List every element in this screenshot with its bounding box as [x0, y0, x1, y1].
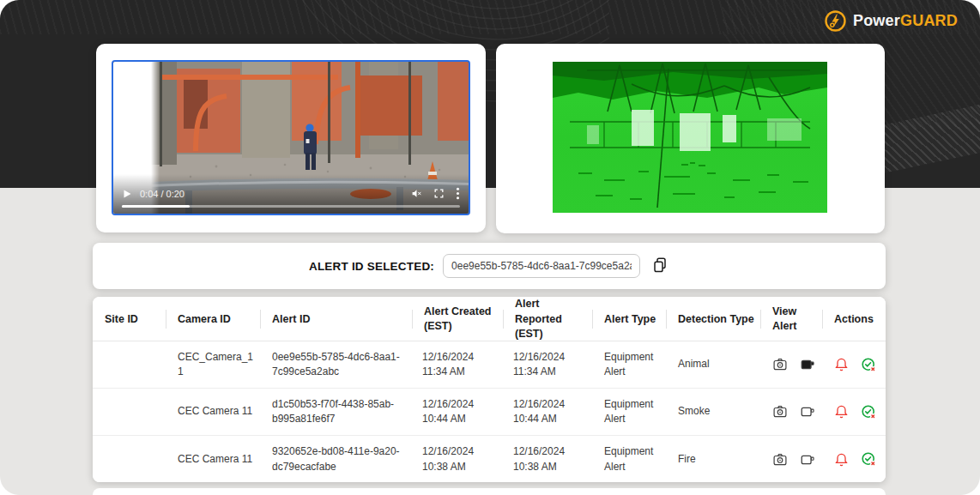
video-time-display: 0:04 / 0:20	[140, 189, 185, 199]
powerguard-logo: PowerGUARD	[824, 9, 958, 33]
thermal-camera-card	[496, 44, 885, 233]
bell-icon	[834, 452, 849, 468]
table-row[interactable]: CEC_Camera_11 0ee9e55b-5785-4dc6-8aa1-7c…	[93, 341, 886, 389]
resolve-alert-button[interactable]	[861, 451, 877, 468]
col-alert-id: Alert ID	[260, 312, 412, 328]
cell-view-alert	[760, 452, 822, 468]
cell-view-alert	[760, 357, 822, 372]
alert-notification-button[interactable]	[834, 452, 849, 468]
photo-camera-icon	[772, 404, 788, 420]
copy-alert-id-button[interactable]	[650, 255, 669, 278]
cell-alert-id: 9320652e-bd08-411e-9a20-dc79ecacfabe	[260, 444, 412, 474]
cell-alert-created: 12/16/2024 11:34 AM	[412, 350, 503, 380]
cell-alert-type: Equipment Alert	[592, 397, 666, 427]
view-snapshot-button[interactable]	[772, 357, 788, 372]
check-circle-x-icon	[861, 451, 877, 468]
alerts-table: Site ID Camera ID Alert ID Alert Created…	[93, 297, 886, 482]
next-card-edge	[93, 488, 886, 495]
col-site-id: Site ID	[93, 312, 166, 328]
kebab-menu-icon[interactable]	[456, 187, 460, 200]
cell-alert-reported: 12/16/2024 10:38 AM	[503, 444, 592, 474]
view-video-button[interactable]	[800, 357, 815, 372]
resolve-alert-button[interactable]	[861, 357, 877, 373]
view-snapshot-button[interactable]	[772, 404, 788, 420]
view-video-button[interactable]	[800, 452, 815, 468]
table-header-row: Site ID Camera ID Alert ID Alert Created…	[93, 297, 886, 341]
photo-camera-icon	[772, 357, 788, 372]
cell-camera-id: CEC Camera 11	[166, 404, 260, 419]
bell-icon	[834, 404, 849, 420]
video-camera-icon	[800, 357, 815, 372]
alert-video-player[interactable]: 0:04 / 0:20	[112, 60, 470, 215]
cell-alert-reported: 12/16/2024 10:44 AM	[503, 397, 592, 427]
logo-text-secondary: GUARD	[900, 12, 958, 29]
alert-notification-button[interactable]	[834, 357, 849, 372]
col-alert-reported: Alert Reported (EST)	[503, 297, 592, 342]
view-snapshot-button[interactable]	[772, 452, 788, 468]
col-alert-type: Alert Type	[592, 312, 666, 328]
table-row[interactable]: CEC Camera 11 d1c50b53-f70f-4438-85ab-b9…	[93, 389, 886, 436]
volume-muted-icon[interactable]	[411, 188, 422, 199]
alert-id-input[interactable]	[443, 254, 640, 278]
alert-id-bar: ALERT ID SELECTED:	[93, 243, 886, 289]
thermal-image	[553, 62, 827, 213]
visual-camera-card: 0:04 / 0:20	[96, 44, 486, 232]
alert-notification-button[interactable]	[834, 404, 849, 420]
logo-text: PowerGUARD	[853, 12, 958, 30]
thermal-still	[553, 62, 827, 213]
col-camera-id: Camera ID	[166, 312, 260, 328]
video-progress-played	[122, 205, 190, 208]
cell-alert-id: 0ee9e55b-5785-4dc6-8aa1-7c99ce5a2abc	[260, 350, 412, 380]
fullscreen-icon[interactable]	[433, 188, 445, 199]
powerguard-dashboard: PowerGUARD	[0, 0, 980, 495]
view-video-button[interactable]	[800, 404, 815, 420]
resolve-alert-button[interactable]	[861, 404, 877, 420]
cell-view-alert	[760, 404, 822, 420]
cell-actions	[822, 404, 886, 420]
cell-alert-reported: 12/16/2024 11:34 AM	[503, 350, 592, 380]
powerguard-logo-icon	[824, 9, 847, 33]
alert-id-label: ALERT ID SELECTED:	[309, 260, 434, 273]
col-view-alert: View Alert	[760, 305, 822, 335]
cell-detection-type: Fire	[666, 452, 760, 467]
table-row[interactable]: CEC Camera 11 9320652e-bd08-411e-9a20-dc…	[93, 436, 886, 482]
logo-text-primary: Power	[853, 12, 900, 29]
cell-detection-type: Smoke	[666, 404, 760, 419]
check-circle-x-icon	[861, 357, 877, 373]
cell-detection-type: Animal	[666, 357, 760, 371]
video-progress-bar[interactable]	[122, 205, 460, 208]
table-body: CEC_Camera_11 0ee9e55b-5785-4dc6-8aa1-7c…	[93, 341, 886, 482]
cell-alert-type: Equipment Alert	[592, 350, 666, 380]
bell-icon	[834, 357, 849, 372]
cell-alert-created: 12/16/2024 10:44 AM	[412, 397, 503, 427]
cell-actions	[822, 357, 886, 373]
cell-camera-id: CEC Camera 11	[166, 452, 260, 467]
photo-camera-icon	[772, 452, 788, 468]
video-camera-icon	[800, 404, 815, 420]
cell-camera-id: CEC_Camera_11	[166, 350, 260, 380]
cell-actions	[822, 451, 886, 468]
check-circle-x-icon	[861, 404, 877, 420]
video-camera-icon	[800, 452, 815, 468]
copy-icon	[652, 257, 668, 274]
col-detection-type: Detection Type	[666, 312, 760, 328]
play-icon[interactable]	[122, 189, 132, 199]
cell-alert-created: 12/16/2024 10:38 AM	[412, 444, 503, 474]
cell-alert-id: d1c50b53-f70f-4438-85ab-b995a81fe6f7	[260, 397, 412, 427]
col-actions: Actions	[822, 312, 886, 328]
col-alert-created: Alert Created (EST)	[412, 305, 503, 335]
video-controls-bar: 0:04 / 0:20	[113, 174, 469, 214]
cell-alert-type: Equipment Alert	[592, 444, 666, 474]
